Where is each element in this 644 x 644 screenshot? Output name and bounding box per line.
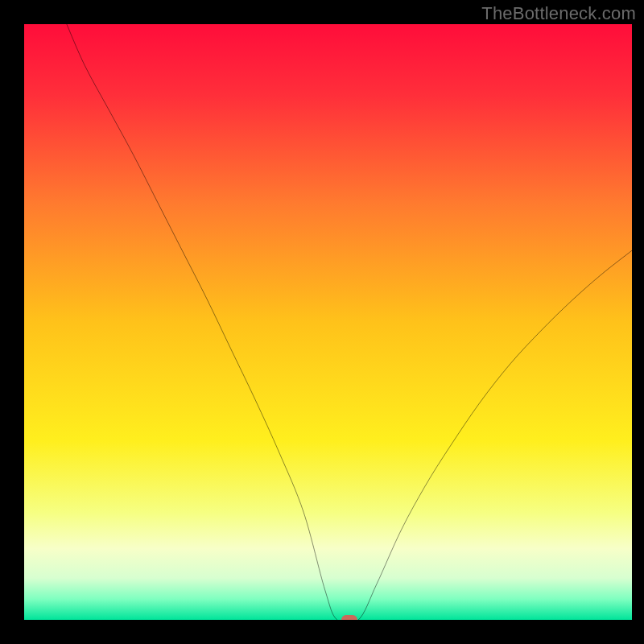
watermark-label: TheBottleneck.com [481,3,636,24]
optimum-marker [341,615,357,620]
bottleneck-curve [24,24,632,620]
plot-area [24,24,632,620]
